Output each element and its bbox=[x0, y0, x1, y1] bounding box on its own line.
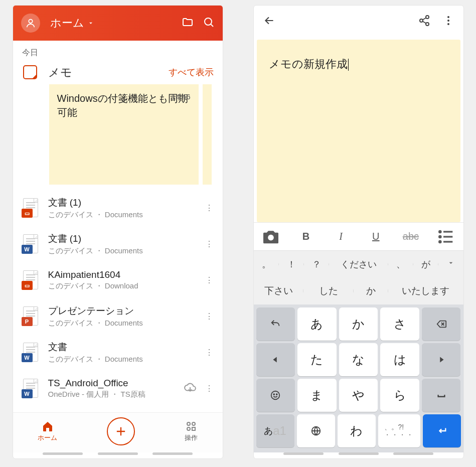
suggestion-item[interactable]: いたします bbox=[388, 284, 463, 297]
undo-key[interactable] bbox=[256, 307, 295, 341]
note-text: メモの新規作成 bbox=[269, 58, 348, 70]
list-button[interactable] bbox=[436, 227, 456, 247]
nav-home[interactable]: ホーム bbox=[38, 420, 57, 442]
sticky-note[interactable]: Windowsの付箋機能とも同期可能 14:46 bbox=[49, 84, 199, 185]
file-location: このデバイス ・ Download bbox=[48, 281, 202, 291]
file-menu-button[interactable]: ⋮ bbox=[202, 348, 217, 357]
svg-point-7 bbox=[426, 16, 429, 19]
note-content-area[interactable]: メモの新規作成 bbox=[257, 40, 460, 222]
home-dropdown[interactable]: ホーム bbox=[50, 16, 173, 31]
file-row[interactable]: W 文書 (1) このデバイス ・ Documents ⋮ bbox=[13, 226, 223, 262]
globe-key[interactable] bbox=[297, 414, 335, 447]
suggestion-item[interactable]: か bbox=[354, 284, 389, 297]
suggestion-item[interactable]: 下さい bbox=[254, 284, 304, 297]
sticky-note-next[interactable] bbox=[203, 84, 212, 185]
enter-key[interactable] bbox=[423, 414, 461, 447]
sys-nav-recent[interactable] bbox=[43, 452, 83, 455]
file-menu-button[interactable]: ⋮ bbox=[202, 384, 217, 393]
file-row[interactable]: W 文書 このデバイス ・ Documents ⋮ bbox=[13, 334, 223, 370]
kana-key[interactable]: ら bbox=[380, 379, 419, 412]
smile-icon bbox=[270, 390, 281, 401]
file-row[interactable]: P プレゼンテーション このデバイス ・ Documents ⋮ bbox=[13, 298, 223, 334]
svg-point-14 bbox=[439, 231, 440, 232]
kana-key[interactable]: ま bbox=[297, 379, 337, 412]
suggestion-item[interactable]: ください bbox=[329, 258, 388, 270]
nav-actions[interactable]: 操作 bbox=[185, 420, 198, 442]
svg-point-12 bbox=[447, 23, 449, 25]
dots-vertical-icon bbox=[442, 15, 454, 27]
svg-point-13 bbox=[268, 234, 274, 240]
file-location: このデバイス ・ Documents bbox=[48, 355, 202, 364]
kana-key[interactable]: さ bbox=[380, 307, 419, 341]
home-icon bbox=[42, 420, 54, 432]
italic-button[interactable]: I bbox=[331, 231, 351, 242]
svg-rect-6 bbox=[192, 427, 195, 430]
sys-nav-back[interactable] bbox=[393, 452, 433, 455]
kana-key[interactable]: た bbox=[297, 343, 337, 376]
file-menu-button[interactable]: ⋮ bbox=[202, 203, 217, 213]
file-row[interactable]: ▭ KAimpatient1604 このデバイス ・ Download ⋮ bbox=[13, 262, 223, 298]
input-mode-key[interactable]: あa1 bbox=[256, 414, 294, 447]
right-key[interactable] bbox=[422, 343, 461, 376]
sticky-note-icon bbox=[22, 64, 38, 80]
cloud-download-button[interactable] bbox=[184, 381, 197, 396]
kana-key[interactable]: な bbox=[339, 343, 378, 376]
file-name: 文書 bbox=[48, 341, 202, 354]
suggestion-item[interactable]: ？ bbox=[304, 258, 329, 270]
search-button[interactable] bbox=[203, 16, 215, 30]
kana-key[interactable]: か bbox=[339, 307, 378, 341]
suggestion-item[interactable]: した bbox=[303, 284, 354, 297]
keyboard: あ か さ た な は ま や ら あa1 わ 、。?!・・・・ bbox=[254, 304, 463, 452]
file-list[interactable]: ▭ 文書 (1) このデバイス ・ Documents ⋮ W 文書 (1) こ… bbox=[13, 190, 223, 412]
svg-point-4 bbox=[192, 422, 195, 425]
punctuation-key[interactable]: 、。?!・・・・ bbox=[378, 414, 420, 447]
file-location: このデバイス ・ Documents bbox=[48, 319, 202, 328]
kana-key[interactable]: や bbox=[339, 379, 378, 412]
overflow-menu-button[interactable] bbox=[442, 15, 454, 29]
show-all-link[interactable]: すべて表示 bbox=[169, 66, 214, 78]
suggestion-item[interactable]: が bbox=[413, 258, 438, 270]
sys-nav-back[interactable] bbox=[152, 452, 193, 455]
space-key[interactable] bbox=[422, 379, 461, 412]
share-button[interactable] bbox=[418, 15, 430, 29]
file-row[interactable]: W TS_Android_Office OneDrive - 個人用 ・ TS原… bbox=[13, 370, 223, 406]
file-menu-button[interactable]: ⋮ bbox=[202, 312, 217, 321]
strikethrough-button[interactable]: abc bbox=[401, 231, 421, 242]
underline-button[interactable]: U bbox=[366, 231, 386, 242]
office-doc-icon: ▭ bbox=[22, 198, 39, 218]
suggestion-item[interactable]: ！ bbox=[279, 258, 304, 270]
profile-avatar[interactable] bbox=[21, 14, 40, 33]
create-new-fab[interactable] bbox=[107, 417, 135, 445]
kana-key[interactable]: は bbox=[380, 343, 419, 376]
expand-suggestions[interactable] bbox=[438, 259, 463, 269]
kana-key[interactable]: わ bbox=[338, 414, 376, 447]
file-menu-button[interactable]: ⋮ bbox=[202, 239, 217, 249]
kana-key[interactable]: あ bbox=[297, 307, 337, 341]
search-icon bbox=[203, 16, 215, 28]
svg-point-18 bbox=[274, 394, 275, 395]
suggestion-item[interactable]: 、 bbox=[388, 258, 413, 270]
word-doc-icon: W bbox=[22, 234, 39, 254]
file-info: 文書 (1) このデバイス ・ Documents bbox=[48, 232, 202, 256]
left-key[interactable] bbox=[256, 343, 295, 376]
emoji-key[interactable] bbox=[256, 379, 295, 412]
folder-button[interactable] bbox=[182, 16, 194, 30]
camera-button[interactable] bbox=[261, 227, 281, 247]
file-menu-button[interactable]: ⋮ bbox=[202, 275, 217, 285]
sticky-note-text: Windowsの付箋機能とも同期可能 bbox=[57, 93, 188, 118]
arrow-left-icon bbox=[263, 14, 276, 27]
file-row[interactable]: ▭ 文書 (1) このデバイス ・ Documents ⋮ bbox=[13, 190, 223, 226]
back-button[interactable] bbox=[263, 14, 276, 29]
bottom-nav: ホーム 操作 bbox=[13, 412, 223, 452]
backspace-key[interactable] bbox=[422, 307, 461, 341]
sys-nav-home[interactable] bbox=[339, 452, 379, 455]
file-location: OneDrive - 個人用 ・ TS原稿 bbox=[48, 390, 184, 399]
sys-nav-home[interactable] bbox=[98, 452, 138, 455]
svg-point-11 bbox=[447, 20, 449, 22]
sys-nav-recent[interactable] bbox=[283, 452, 324, 455]
cloud-download-icon bbox=[184, 381, 197, 394]
bold-button[interactable]: B bbox=[296, 231, 316, 242]
sticky-notes-row[interactable]: Windowsの付箋機能とも同期可能 14:46 bbox=[13, 84, 223, 190]
file-name: KAimpatient1604 bbox=[48, 269, 202, 280]
suggestion-item[interactable]: 。 bbox=[254, 258, 279, 270]
